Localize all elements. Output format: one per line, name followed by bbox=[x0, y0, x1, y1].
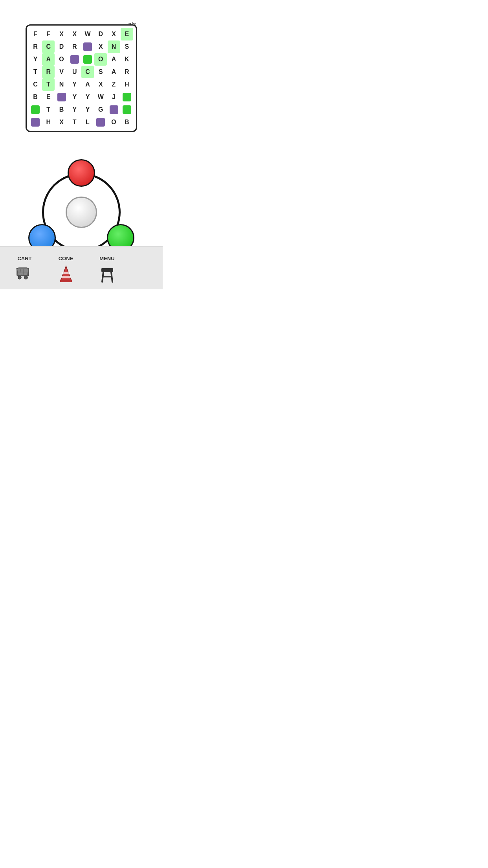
cell-1-6: N bbox=[108, 40, 120, 53]
white-ball[interactable] bbox=[66, 197, 97, 228]
cell-5-1: E bbox=[42, 91, 55, 103]
cell-2-7: K bbox=[121, 53, 133, 66]
cell-1-5: X bbox=[94, 40, 107, 53]
cell-1-1: C bbox=[42, 40, 55, 53]
red-ball[interactable] bbox=[68, 159, 95, 187]
cell-6-5: G bbox=[94, 103, 107, 116]
cell-0-3: X bbox=[68, 28, 81, 40]
cell-1-7: S bbox=[121, 40, 133, 53]
bottom-navigation: CART CONE bbox=[0, 246, 163, 289]
cell-4-5: X bbox=[94, 78, 107, 91]
cone-icon bbox=[56, 264, 76, 284]
cell-0-2: X bbox=[55, 28, 68, 40]
cell-1-4 bbox=[81, 40, 94, 53]
svg-rect-10 bbox=[62, 272, 70, 274]
cell-4-1: T bbox=[42, 78, 55, 91]
cell-3-3: U bbox=[68, 66, 81, 78]
nav-item-menu[interactable]: MENU bbox=[86, 252, 128, 284]
cell-2-6: A bbox=[108, 53, 120, 66]
cell-1-3: R bbox=[68, 40, 81, 53]
cell-5-0: B bbox=[29, 91, 42, 103]
cell-0-6: X bbox=[108, 28, 120, 40]
cart-icon bbox=[15, 264, 35, 284]
cell-2-0: Y bbox=[29, 53, 42, 66]
cell-5-6: J bbox=[108, 91, 120, 103]
cell-4-4: A bbox=[81, 78, 94, 91]
cell-6-1: T bbox=[42, 103, 55, 116]
cell-3-0: T bbox=[29, 66, 42, 78]
cell-1-0: R bbox=[29, 40, 42, 53]
cell-0-7: E bbox=[121, 28, 133, 40]
cell-4-7: H bbox=[121, 78, 133, 91]
cell-6-6 bbox=[108, 103, 120, 116]
cell-4-2: N bbox=[55, 78, 68, 91]
cell-6-7 bbox=[121, 103, 133, 116]
cell-7-2: X bbox=[55, 116, 68, 129]
cell-5-2 bbox=[55, 91, 68, 103]
cell-6-2: B bbox=[55, 103, 68, 116]
cell-7-0 bbox=[29, 116, 42, 129]
cell-5-4: Y bbox=[81, 91, 94, 103]
cell-6-4: Y bbox=[81, 103, 94, 116]
svg-point-3 bbox=[18, 276, 21, 279]
cell-7-7: B bbox=[121, 116, 133, 129]
cell-7-5 bbox=[94, 116, 107, 129]
cell-0-5: D bbox=[94, 28, 107, 40]
cell-5-7 bbox=[121, 91, 133, 103]
cell-4-6: Z bbox=[108, 78, 120, 91]
cell-0-1: F bbox=[42, 28, 55, 40]
cell-3-1: R bbox=[42, 66, 55, 78]
cell-2-1: A bbox=[42, 53, 55, 66]
cell-3-2: V bbox=[55, 66, 68, 78]
cell-4-0: C bbox=[29, 78, 42, 91]
cell-4-3: Y bbox=[68, 78, 81, 91]
svg-rect-11 bbox=[61, 276, 71, 278]
nav-label-cone: CONE bbox=[59, 256, 73, 261]
cell-6-3: Y bbox=[68, 103, 81, 116]
nav-label-menu: MENU bbox=[99, 256, 114, 261]
cell-3-6: A bbox=[108, 66, 120, 78]
svg-point-4 bbox=[24, 276, 28, 279]
color-mixer[interactable] bbox=[34, 165, 128, 259]
menu-icon bbox=[97, 264, 117, 284]
word-search-grid: FFXXWDXERCDRXNSYAOOAKTRVUCSARCTNYAXZHBEY… bbox=[26, 24, 137, 132]
cell-2-3 bbox=[68, 53, 81, 66]
cell-7-3: T bbox=[68, 116, 81, 129]
cell-2-2: O bbox=[55, 53, 68, 66]
nav-item-cone[interactable]: CONE bbox=[45, 252, 86, 284]
cell-5-5: W bbox=[94, 91, 107, 103]
cell-7-1: H bbox=[42, 116, 55, 129]
cell-1-2: D bbox=[55, 40, 68, 53]
cell-3-7: R bbox=[121, 66, 133, 78]
cell-7-6: O bbox=[108, 116, 120, 129]
svg-rect-9 bbox=[60, 280, 72, 282]
cell-0-4: W bbox=[81, 28, 94, 40]
cell-6-0 bbox=[29, 103, 42, 116]
cell-2-5: O bbox=[94, 53, 107, 66]
cell-3-4: C bbox=[81, 66, 94, 78]
nav-label-cart: CART bbox=[17, 256, 31, 261]
cell-3-5: S bbox=[94, 66, 107, 78]
cell-7-4: L bbox=[81, 116, 94, 129]
cell-5-3: Y bbox=[68, 91, 81, 103]
cell-0-0: F bbox=[29, 28, 42, 40]
cell-2-4 bbox=[81, 53, 94, 66]
nav-item-cart[interactable]: CART bbox=[4, 252, 45, 284]
